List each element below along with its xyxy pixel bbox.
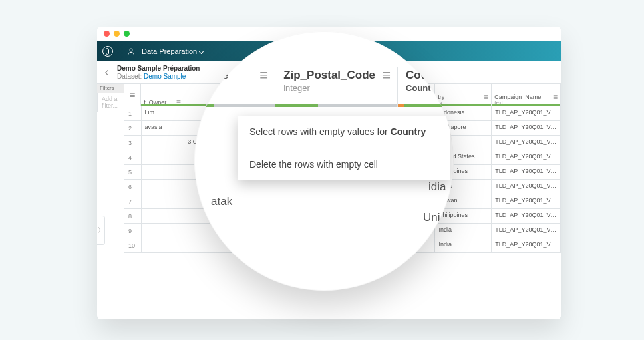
row-index: 8 [124,209,142,223]
menu-icon: ≡ [484,95,488,99]
cell-country[interactable]: India [435,238,492,252]
cell-owner[interactable] [142,165,185,179]
cell-country[interactable]: Philippines [435,209,492,223]
row-index: 10 [124,238,142,252]
zoom-headers: ovince≡ Zip_Postal_Code≡ integer Cou Cou… [194,67,454,107]
user-icon[interactable] [127,47,135,55]
zoom-cell-atak: atak [211,195,232,208]
column-header-owner[interactable]: t_Owner≡ [141,84,184,106]
row-index: 7 [124,194,142,208]
column-header-campaign[interactable]: Campaign_Name≡ text [492,84,561,106]
cell-owner[interactable] [142,150,185,164]
cell-owner[interactable] [142,194,185,208]
cell-owner[interactable] [142,180,185,194]
window-zoom-icon[interactable] [124,31,130,37]
talend-logo-icon[interactable] [102,46,113,57]
cell-campaign[interactable]: TLD_AP_Y20Q01_Vir… [492,136,561,150]
menu-icon: ≡ [130,93,135,98]
preparation-title: Demo Sample Préparation [117,65,200,73]
chevron-down-icon [199,49,204,53]
cell-campaign[interactable]: TLD_AP_Y20Q01_Vir… [492,238,561,252]
cell-owner[interactable] [142,136,185,150]
breadcrumb: Demo Sample Préparation Dataset: Demo Sa… [117,65,200,80]
cell-campaign[interactable]: TLD_AP_Y20Q01_Vir… [492,165,561,179]
cell-campaign[interactable]: TLD_AP_Y20Q01_Vir… [492,180,561,194]
row-index: 5 [124,165,142,179]
zoom-cell-india: idia [428,180,446,194]
svg-point-0 [130,49,132,51]
cell-owner[interactable]: avasia [142,121,185,135]
cell-owner[interactable] [142,224,185,238]
dataset-label: Dataset: [117,73,142,80]
menu-icon: ≡ [259,73,268,79]
cell-owner[interactable]: Lim [142,106,185,120]
cell-campaign[interactable]: TLD_AP_Y20Q01_Vir… [492,150,561,164]
zoom-header-zip[interactable]: Zip_Postal_Code≡ integer [275,67,398,107]
filters-panel: Filters Add a filter... [97,84,124,319]
cell-campaign[interactable]: TLD_AP_Y20Q01_Vir… [492,194,561,208]
row-index: 6 [124,180,142,194]
divider [120,47,120,56]
filters-header: Filters [97,84,124,93]
row-index: 1 [124,106,142,120]
cell-country[interactable]: India [435,224,492,238]
cell-campaign[interactable]: TLD_AP_Y20Q01_Vir… [492,209,561,223]
cell-owner[interactable] [142,209,185,223]
row-index: 4 [124,150,142,164]
menu-icon: ≡ [382,73,391,79]
menu-select-empty-rows[interactable]: Select rows with empty values for Countr… [238,116,450,148]
cell-campaign[interactable]: TLD_AP_Y20Q01_Vir… [492,224,561,238]
cell-campaign[interactable]: TLD_AP_Y20Q01_Vir… [492,106,561,120]
window-close-icon[interactable] [104,31,110,37]
dataset-link[interactable]: Demo Sample [144,73,186,80]
cell-campaign[interactable]: TLD_AP_Y20Q01_Vir… [492,121,561,135]
row-menu-header[interactable]: ≡ [124,84,141,106]
product-selector[interactable]: Data Preparation [142,47,203,55]
window-minimize-icon[interactable] [114,31,120,37]
row-index: 9 [124,224,142,238]
row-index: 3 [124,136,142,150]
magnifier-lens: ovince≡ Zip_Postal_Code≡ integer Cou Cou… [194,31,454,291]
column-context-menu: Select rows with empty values for Countr… [238,116,450,180]
zoom-cell-us: Uni [423,211,440,224]
menu-delete-empty-rows[interactable]: Delete the rows with empty cell [238,148,450,180]
side-expand-tab[interactable]: 〉 [97,216,105,245]
product-name: Data Preparation [142,47,197,55]
add-filter-input[interactable]: Add a filter... [97,93,124,112]
menu-icon: ≡ [553,95,558,99]
row-index: 2 [124,121,142,135]
back-button[interactable] [97,61,117,84]
column-header-country2[interactable]: try≡ ry [435,84,492,106]
cell-owner[interactable] [142,238,185,252]
